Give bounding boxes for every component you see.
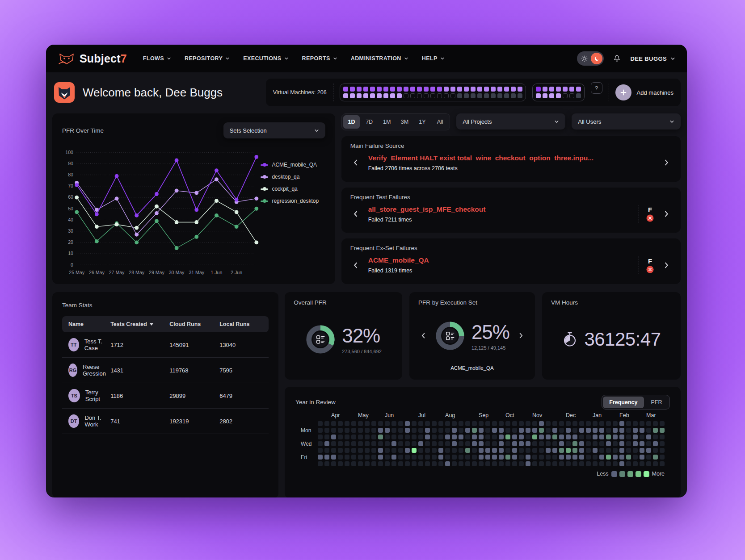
heatmap-cell	[660, 448, 665, 453]
chevron-right-icon	[663, 159, 670, 166]
prev-failure-button[interactable]	[350, 209, 361, 219]
user-name: DEE BUGGS	[630, 55, 667, 62]
heatmap-cell	[345, 441, 349, 446]
nav-menu-flows[interactable]: FLOWS	[143, 55, 171, 62]
column-header-name[interactable]: Name	[68, 321, 110, 327]
legend-item-desktop_qa[interactable]: desktop_qa	[261, 174, 325, 180]
theme-toggle[interactable]	[577, 51, 604, 66]
light-mode-sun-icon[interactable]	[578, 53, 590, 64]
brand[interactable]: Subject7	[58, 52, 127, 65]
chevron-down-icon	[440, 56, 445, 61]
table-row[interactable]: DTDon T. Work7411923192802	[62, 409, 269, 434]
dark-mode-moon-icon[interactable]	[591, 53, 602, 64]
legend-level-square	[644, 471, 649, 477]
heatmap-cell	[324, 441, 329, 446]
range-button-3m[interactable]: 3M	[396, 115, 413, 129]
vm-status-square	[457, 93, 462, 98]
legend-item-regression_desktop[interactable]: regression_desktop	[261, 198, 325, 204]
projects-select[interactable]: All Projects	[456, 113, 565, 130]
next-set-button[interactable]	[516, 330, 526, 341]
heatmap-cell	[519, 448, 524, 453]
vm-status-square	[511, 93, 516, 98]
heatmap-cell	[633, 421, 638, 426]
users-select[interactable]: All Users	[572, 113, 681, 130]
table-row[interactable]: RGReese Gression14311197687595	[62, 358, 269, 383]
heatmap-cell	[459, 428, 463, 433]
failure-link[interactable]: ACME_mobile_QA	[368, 256, 631, 264]
month-label: Apr	[331, 412, 340, 418]
heatmap-cell	[593, 441, 598, 446]
heatmap-cell	[660, 435, 665, 439]
heatmap-cell	[586, 441, 591, 446]
svg-text:25 May: 25 May	[69, 270, 84, 275]
heatmap-cell	[412, 448, 417, 453]
heatmap-cell	[452, 435, 457, 439]
heatmap-cell	[378, 421, 383, 426]
table-row[interactable]: TSTerry Script1186298996479	[62, 383, 269, 409]
sets-selection-dropdown[interactable]: Sets Selection	[223, 122, 325, 138]
overall-pfr-fraction: 273,560 / 844,692	[342, 349, 382, 354]
heatmap-cell	[338, 421, 343, 426]
prev-set-button[interactable]	[418, 330, 429, 341]
heatmap-cell	[365, 455, 370, 460]
svg-text:60: 60	[68, 194, 73, 200]
heatmap-cell	[505, 428, 510, 433]
prev-failure-button[interactable]	[350, 260, 361, 271]
heatmap-cell	[318, 441, 323, 446]
range-button-all[interactable]: All	[432, 115, 449, 129]
next-failure-button[interactable]	[661, 157, 672, 168]
heatmap-cell	[438, 441, 443, 446]
column-header-cloud-runs[interactable]: Cloud Runs	[169, 321, 219, 327]
column-header-tests-created[interactable]: Tests Created	[110, 321, 169, 327]
column-header-local-runs[interactable]: Local Runs	[219, 321, 262, 327]
heatmap-cell	[378, 428, 383, 433]
next-failure-button[interactable]	[661, 260, 672, 271]
nav-menu-administration[interactable]: ADMINISTRATION	[351, 55, 408, 62]
prev-failure-button[interactable]	[350, 157, 361, 168]
app-window: Subject7 FLOWSREPOSITORYEXECUTIONSREPORT…	[46, 45, 687, 497]
notifications-bell-icon[interactable]	[613, 54, 621, 63]
heatmap-cell	[653, 421, 658, 426]
nav-menu-repository[interactable]: REPOSITORY	[185, 55, 230, 62]
heatmap-cell	[479, 455, 484, 460]
range-button-1y[interactable]: 1Y	[414, 115, 431, 129]
add-machines-button[interactable]	[615, 84, 631, 100]
heatmap-cell	[593, 455, 598, 460]
toggle-button-pfr[interactable]: PFR	[645, 397, 669, 408]
heatmap-cell	[539, 448, 544, 453]
range-button-7d[interactable]: 7D	[361, 115, 378, 129]
next-failure-button[interactable]	[661, 209, 672, 219]
heatmap-cell	[546, 448, 551, 453]
heatmap-cell	[425, 455, 430, 460]
vm-grid-row	[536, 87, 581, 92]
heatmap-cell	[572, 421, 577, 426]
failure-subtext: Failed 7211 times	[368, 217, 631, 223]
vm-grid-row	[343, 87, 522, 92]
legend-item-ACME_mobile_QA[interactable]: ACME_mobile_QA	[261, 162, 325, 168]
nav-menu-reports[interactable]: REPORTS	[302, 55, 337, 62]
table-row[interactable]: TTTess T. Case171214509113040	[62, 332, 269, 358]
vm-help-button[interactable]: ?	[591, 82, 602, 94]
svg-text:40: 40	[68, 217, 73, 222]
chevron-right-icon	[663, 210, 670, 217]
heatmap-cell	[432, 435, 437, 439]
legend-less-label: Less	[597, 471, 608, 477]
heatmap-cell	[358, 455, 363, 460]
failure-subtext: Failed 2706 times across 2706 tests	[368, 165, 654, 171]
range-button-1m[interactable]: 1M	[379, 115, 396, 129]
heatmap-cell	[532, 421, 537, 426]
failure-link[interactable]: Verify_Element HALT exist total_wine_che…	[368, 154, 654, 162]
tests-created-value: 741	[110, 418, 169, 425]
toggle-button-frequency[interactable]: Frequency	[603, 397, 644, 408]
svg-text:70: 70	[68, 183, 73, 188]
vm-status-square	[377, 87, 382, 92]
nav-menu-executions[interactable]: EXECUTIONS	[243, 55, 288, 62]
legend-item-cockpit_qa[interactable]: cockpit_qa	[261, 186, 325, 192]
chevron-down-icon	[554, 119, 559, 124]
heatmap-cell	[391, 421, 396, 426]
user-menu[interactable]: DEE BUGGS	[630, 55, 675, 62]
projects-select-value: All Projects	[463, 118, 492, 125]
failure-link[interactable]: all_store_guest_isp_MFE_checkout	[368, 205, 631, 213]
nav-menu-help[interactable]: HELP	[422, 55, 445, 62]
range-button-1d[interactable]: 1D	[343, 115, 360, 129]
